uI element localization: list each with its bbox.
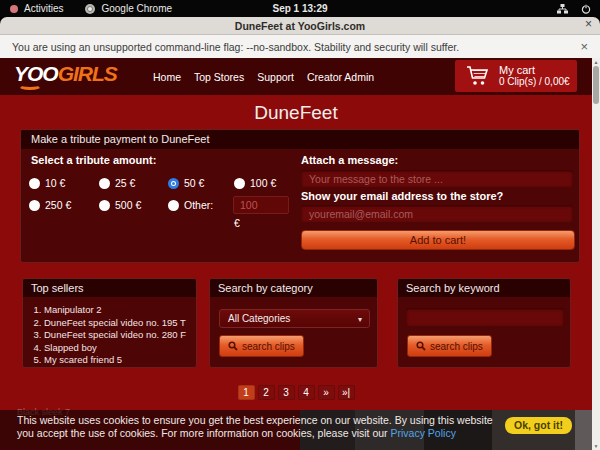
tribute-amount-option-100[interactable]: 100 €: [234, 177, 276, 189]
list-item[interactable]: DuneFeet special video no. 280 F: [44, 329, 196, 342]
power-icon[interactable]: [581, 4, 591, 14]
radio-icon[interactable]: [168, 200, 179, 211]
search-clips-keyword-button[interactable]: search clips: [407, 335, 492, 357]
logo-smile-icon: [18, 81, 42, 90]
cart-icon: [466, 65, 490, 87]
radio-icon[interactable]: [234, 178, 245, 189]
page-button-1[interactable]: 1: [238, 385, 255, 400]
list-item[interactable]: Slapped boy: [44, 342, 196, 355]
search-keyword-panel: Search by keyword search clips: [397, 278, 571, 368]
my-cart-button[interactable]: My cart 0 Clip(s) / 0,00€: [455, 60, 577, 92]
nav-item-top-stores[interactable]: Top Stores: [194, 71, 244, 83]
radio-label: 250 €: [45, 199, 71, 211]
page-button-2[interactable]: 2: [258, 385, 275, 400]
top-sellers-panel: Top sellers Manipulator 2 DuneFeet speci…: [22, 278, 197, 368]
radio-label: 50 €: [184, 177, 204, 189]
tribute-amount-option-other[interactable]: Other:: [168, 199, 213, 211]
search-keyword-header: Search by keyword: [398, 279, 570, 297]
focused-app-menu[interactable]: Google Chrome: [101, 3, 172, 14]
page-title: DuneFeet: [0, 102, 592, 124]
radio-label: 100 €: [250, 177, 276, 189]
radio-icon[interactable]: [29, 178, 40, 189]
scrollbar-thumb[interactable]: [593, 66, 599, 104]
top-sellers-header: Top sellers: [23, 279, 196, 297]
window-titlebar[interactable]: DuneFeet at YooGirls.com ×: [0, 17, 600, 35]
radio-icon[interactable]: [168, 178, 179, 189]
window-title: DuneFeet at YooGirls.com: [235, 20, 365, 32]
radio-icon[interactable]: [99, 200, 110, 211]
radio-label: 10 €: [45, 177, 65, 189]
activities-button[interactable]: Activities: [24, 3, 63, 14]
gnome-top-bar: Activities Google Chrome Sep 1 13:29: [0, 0, 600, 17]
pagination: 1 2 3 4 » »|: [0, 385, 592, 400]
tribute-panel-header: Make a tribute payment to DuneFeet: [21, 130, 579, 149]
radio-icon[interactable]: [99, 178, 110, 189]
page-button-last[interactable]: »|: [338, 385, 355, 400]
page-button-4[interactable]: 4: [298, 385, 315, 400]
scrollbar-down-icon[interactable]: ▼: [592, 443, 600, 449]
message-label: Attach a message:: [301, 154, 398, 166]
infobar-close-icon[interactable]: ×: [580, 39, 588, 54]
page-button-3[interactable]: 3: [278, 385, 295, 400]
nav-item-creator-admin[interactable]: Creator Admin: [307, 71, 374, 83]
nav-item-home[interactable]: Home: [153, 71, 181, 83]
radio-icon[interactable]: [29, 200, 40, 211]
cookie-accept-button[interactable]: Ok, got it!: [505, 417, 572, 434]
top-sellers-list: Manipulator 2 DuneFeet special video no.…: [23, 304, 196, 367]
add-to-cart-button[interactable]: Add to cart!: [301, 230, 575, 250]
search-category-header: Search by category: [210, 279, 377, 297]
radio-label: 500 €: [115, 199, 141, 211]
tribute-amount-option-500[interactable]: 500 €: [99, 199, 141, 211]
page-button-next[interactable]: »: [318, 385, 335, 400]
category-select[interactable]: All Categories ▾: [219, 309, 370, 328]
keyword-input[interactable]: [406, 308, 564, 326]
currency-label: €: [234, 217, 240, 229]
screen: Activities Google Chrome Sep 1 13:29 Dun…: [0, 0, 600, 450]
nav-item-support[interactable]: Support: [257, 71, 294, 83]
radio-label: 25 €: [115, 177, 135, 189]
chrome-icon: [85, 4, 95, 14]
search-category-panel: Search by category All Categories ▾ sear…: [209, 278, 378, 368]
category-select-value: All Categories: [228, 313, 290, 324]
magnifier-icon: [228, 341, 238, 351]
recording-indicator-icon: [10, 5, 18, 13]
search-clips-label: search clips: [430, 341, 483, 352]
email-input[interactable]: [301, 205, 573, 222]
email-label: Show your email address to the store?: [301, 190, 503, 202]
main-nav: Home Top Stores Support Creator Admin: [153, 58, 374, 95]
tribute-amount-option-25[interactable]: 25 €: [99, 177, 135, 189]
tribute-panel: Make a tribute payment to DuneFeet Selec…: [20, 129, 580, 263]
message-input[interactable]: [301, 170, 573, 187]
site-header: YOOGIRLS Home Top Stores Support Creator…: [0, 58, 592, 95]
logo-text-girls: GIRLS: [58, 62, 117, 85]
other-amount-input[interactable]: [233, 196, 289, 214]
cookie-message: This website uses cookies to ensure you …: [17, 414, 495, 440]
list-item[interactable]: My scared friend 5: [44, 354, 196, 367]
magnifier-icon: [416, 341, 426, 351]
tribute-amount-option-10[interactable]: 10 €: [29, 177, 65, 189]
tribute-amount-option-50[interactable]: 50 €: [168, 177, 204, 189]
tribute-amount-option-250[interactable]: 250 €: [29, 199, 71, 211]
window-close-icon[interactable]: ×: [585, 17, 592, 31]
search-clips-label: search clips: [242, 341, 295, 352]
list-item[interactable]: Manipulator 2: [44, 304, 196, 317]
cart-label: My cart: [499, 64, 570, 76]
unsupported-flag-infobar: You are using an unsupported command-lin…: [0, 35, 600, 58]
browser-viewport: YOOGIRLS Home Top Stores Support Creator…: [0, 58, 592, 450]
list-item[interactable]: DuneFeet special video no. 195 T: [44, 317, 196, 330]
privacy-policy-link[interactable]: Privacy Policy: [391, 427, 456, 439]
network-icon[interactable]: [557, 4, 568, 14]
scrollbar-up-icon[interactable]: ▲: [592, 59, 600, 65]
chevron-down-icon: ▾: [358, 311, 362, 328]
cart-summary: 0 Clip(s) / 0,00€: [499, 76, 570, 88]
search-clips-category-button[interactable]: search clips: [219, 335, 304, 357]
amount-label: Select a tribute amount:: [31, 154, 156, 166]
scrollbar[interactable]: ▲ ▼: [592, 58, 600, 450]
radio-label: Other:: [184, 199, 213, 211]
infobar-message: You are using an unsupported command-lin…: [12, 41, 459, 53]
